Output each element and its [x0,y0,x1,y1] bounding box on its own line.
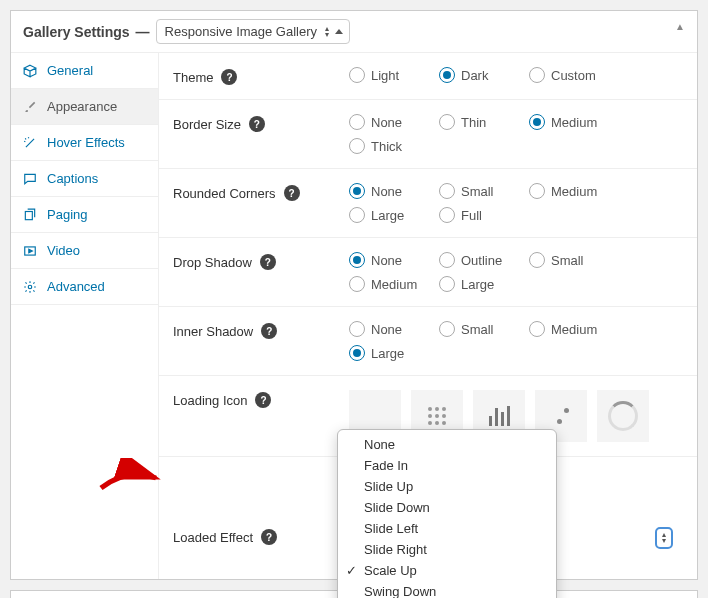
row-label: Loading Icon? [173,390,333,408]
option-label: Thin [461,115,486,130]
sidebar-item-label: Advanced [47,279,105,294]
border-size-options: None Thin Medium Thick [343,114,683,154]
radio-icon [529,67,545,83]
radio-small[interactable]: Small [529,252,599,268]
loading-icon-ring[interactable] [597,390,649,442]
option-label: Medium [371,277,417,292]
dropdown-item-none[interactable]: None [338,434,556,455]
dropdown-item-swing-down[interactable]: Swing Down [338,581,556,598]
label-text: Loaded Effect [173,530,253,545]
help-icon[interactable]: ? [284,185,300,201]
annotation-arrow-icon [96,458,166,498]
radio-icon [349,138,365,154]
wand-icon [23,136,37,150]
panel-header: Gallery Settings — Responsive Image Gall… [11,11,697,53]
option-label: Thick [371,139,402,154]
radio-icon [529,252,545,268]
radio-custom[interactable]: Custom [529,67,599,83]
theme-options: Light Dark Custom [343,67,683,83]
template-select[interactable]: Responsive Image Gallery ▴▾ [156,19,350,44]
gear-icon [23,280,37,294]
label-text: Rounded Corners [173,186,276,201]
radio-icon [349,345,365,361]
settings-tabs-sidebar: General Appearance Hover Effects Caption… [11,53,159,579]
label-text: Drop Shadow [173,255,252,270]
radio-full[interactable]: Full [439,207,509,223]
radio-dark[interactable]: Dark [439,67,509,83]
option-label: Full [461,208,482,223]
collapse-icon[interactable]: ▲ [675,21,685,32]
radio-icon [349,207,365,223]
radio-icon [349,114,365,130]
radio-small[interactable]: Small [439,183,509,199]
radio-icon [439,276,455,292]
help-icon[interactable]: ? [260,254,276,270]
sidebar-item-hover-effects[interactable]: Hover Effects [11,125,158,161]
sidebar-item-general[interactable]: General [11,53,158,89]
sidebar-item-label: Paging [47,207,87,222]
radio-small[interactable]: Small [439,321,509,337]
option-label: Light [371,68,399,83]
panel-body: General Appearance Hover Effects Caption… [11,53,697,579]
radio-icon [349,321,365,337]
dropdown-item-scale-up[interactable]: Scale Up [338,560,556,581]
play-icon [23,244,37,258]
radio-none[interactable]: None [349,183,419,199]
settings-content: Theme? Light Dark Custom Border Size? No… [159,53,697,579]
dropdown-item-slide-up[interactable]: Slide Up [338,476,556,497]
blank-icon [368,409,382,423]
title-separator: — [136,24,150,40]
help-icon[interactable]: ? [221,69,237,85]
help-icon[interactable]: ? [249,116,265,132]
option-label: Dark [461,68,488,83]
sidebar-item-label: General [47,63,93,78]
radio-none[interactable]: None [349,252,419,268]
radio-icon [349,183,365,199]
option-label: Large [371,346,404,361]
row-inner-shadow: Inner Shadow? None Small Medium Large [159,307,697,376]
sidebar-item-captions[interactable]: Captions [11,161,158,197]
option-label: Small [461,322,494,337]
dropdown-item-slide-right[interactable]: Slide Right [338,539,556,560]
ring-icon [608,401,638,431]
radio-icon [349,67,365,83]
radio-medium[interactable]: Medium [529,321,599,337]
radio-medium[interactable]: Medium [349,276,419,292]
radio-none[interactable]: None [349,321,419,337]
svg-point-2 [28,285,32,289]
sidebar-item-paging[interactable]: Paging [11,197,158,233]
radio-thick[interactable]: Thick [349,138,419,154]
radio-icon [439,252,455,268]
help-icon[interactable]: ? [261,529,277,545]
radio-large[interactable]: Large [349,207,419,223]
help-icon[interactable]: ? [255,392,271,408]
row-label: Rounded Corners? [173,183,333,201]
chevron-updown-icon: ▴▾ [662,532,666,544]
radio-icon [439,183,455,199]
dropdown-item-slide-down[interactable]: Slide Down [338,497,556,518]
inner-shadow-options: None Small Medium Large [343,321,683,361]
help-icon[interactable]: ? [261,323,277,339]
option-label: Medium [551,115,597,130]
row-drop-shadow: Drop Shadow? None Outline Small Medium L… [159,238,697,307]
radio-medium[interactable]: Medium [529,114,599,130]
sidebar-item-label: Video [47,243,80,258]
radio-icon [529,183,545,199]
sidebar-item-video[interactable]: Video [11,233,158,269]
dots-icon [551,406,571,426]
radio-thin[interactable]: Thin [439,114,509,130]
radio-none[interactable]: None [349,114,419,130]
radio-large[interactable]: Large [349,345,419,361]
dropdown-item-slide-left[interactable]: Slide Left [338,518,556,539]
sidebar-item-advanced[interactable]: Advanced [11,269,158,305]
radio-medium[interactable]: Medium [529,183,599,199]
sidebar-item-appearance[interactable]: Appearance [11,89,158,125]
sidebar-item-label: Hover Effects [47,135,125,150]
template-select-value: Responsive Image Gallery [165,24,317,39]
dropdown-item-fade-in[interactable]: Fade In [338,455,556,476]
radio-outline[interactable]: Outline [439,252,509,268]
radio-light[interactable]: Light [349,67,419,83]
loaded-effect-select[interactable]: ▴▾ [655,527,673,549]
option-label: Medium [551,184,597,199]
radio-large[interactable]: Large [439,276,509,292]
